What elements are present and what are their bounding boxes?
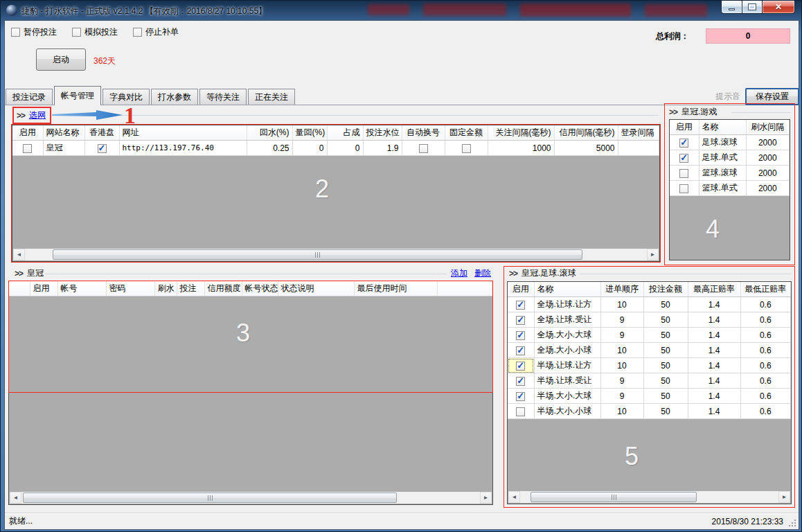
col-header-lastused[interactable]: 最后使用时间 (354, 281, 437, 296)
odds-order-cell[interactable]: 9 (600, 312, 643, 328)
odds-name-cell[interactable]: 全场.大小.小球 (534, 343, 600, 358)
site-watch-interval-cell[interactable]: 1000 (488, 141, 554, 156)
add-account-link[interactable]: 添加 (451, 267, 467, 279)
minimize-button[interactable] (721, 1, 742, 14)
close-button[interactable]: ✕ (763, 1, 795, 14)
odds-order-cell[interactable]: 10 (600, 297, 643, 312)
site-row[interactable]: 皇冠 http://113.197.76.40 0.25 0 0 1.9 100… (12, 141, 659, 156)
odds-row[interactable]: 全场.让球.让方 10 50 1.4 0.6 (508, 297, 791, 312)
col-header-share[interactable]: 占成 (327, 125, 363, 141)
odds-name-cell[interactable]: 半场.大小.小球 (534, 404, 600, 419)
odds-min-cell[interactable]: 0.6 (740, 343, 791, 358)
scroll-right-arrow-icon[interactable]: ► (480, 492, 492, 504)
odds-min-cell[interactable]: 0.6 (740, 328, 791, 343)
odds-order-cell[interactable]: 10 (600, 358, 643, 373)
game-row[interactable]: 足球.滚球 2000 (670, 135, 790, 150)
col-header-rebate[interactable]: 回水(%) (247, 125, 292, 141)
odds-row[interactable]: 全场.大小.小球 10 50 1.4 0.6 (508, 343, 791, 358)
odds-max-cell[interactable]: 1.4 (688, 297, 740, 312)
game-interval-cell[interactable]: 2000 (746, 150, 790, 166)
odds-row[interactable]: 半场.大小.小球 10 50 1.4 0.6 (508, 404, 791, 419)
tab-waiting-watch[interactable]: 等待关注 (199, 89, 247, 105)
col-header-site[interactable]: 网站名称 (43, 125, 84, 141)
col-header-vol[interactable]: 量回(%) (292, 125, 327, 141)
odds-enable-checkbox[interactable] (516, 392, 525, 401)
tab-water-params[interactable]: 打水参数 (151, 89, 198, 105)
col-header-enable[interactable]: 启用 (12, 125, 43, 141)
odds-name-cell[interactable]: 半场.让球.受让 (534, 373, 600, 389)
col-header-max-odds[interactable]: 最高正赔率 (688, 282, 740, 297)
accounts-horizontal-scrollbar[interactable]: ◄ ► (10, 492, 492, 504)
site-vol-cell[interactable]: 0 (292, 141, 327, 156)
game-enable-checkbox[interactable] (679, 169, 688, 178)
odds-amount-cell[interactable]: 50 (643, 389, 688, 404)
odds-row[interactable]: 半场.大小.大球 9 50 1.4 0.6 (508, 389, 791, 404)
sound-button[interactable]: 提示音 (715, 91, 740, 103)
odds-enable-checkbox[interactable] (516, 301, 525, 310)
maximize-button[interactable] (742, 1, 763, 14)
odds-row[interactable]: 全场.让球.受让 9 50 1.4 0.6 (508, 312, 791, 328)
game-name-cell[interactable]: 篮球.滚球 (699, 166, 746, 181)
odds-enable-checkbox[interactable] (516, 346, 525, 355)
col-header-enable[interactable]: 启用 (30, 281, 57, 296)
col-header-autoswitch[interactable]: 自动换号 (402, 125, 445, 141)
game-enable-checkbox[interactable] (679, 139, 688, 148)
odds-amount-cell[interactable]: 50 (643, 373, 688, 389)
game-interval-cell[interactable]: 2000 (746, 181, 790, 196)
odds-min-cell[interactable]: 0.6 (740, 404, 791, 419)
col-header-order[interactable]: 进单顺序 (600, 282, 643, 297)
col-header-credit-interval[interactable]: 信用间隔(毫秒) (554, 125, 618, 141)
odds-enable-checkbox[interactable] (516, 316, 525, 325)
col-header-fixed[interactable]: 固定金额 (445, 125, 488, 141)
game-enable-checkbox[interactable] (679, 184, 688, 193)
tab-watching[interactable]: 正在关注 (248, 89, 295, 105)
pause-bet-checkbox[interactable]: 暂停投注 (11, 26, 57, 38)
tab-account-management[interactable]: 帐号管理 (54, 86, 101, 105)
col-header-account[interactable]: 帐号 (57, 281, 106, 296)
odds-max-cell[interactable]: 1.4 (688, 404, 740, 419)
odds-amount-cell[interactable]: 50 (643, 312, 688, 328)
col-header-min-odds[interactable]: 最低正赔率 (740, 282, 791, 297)
save-settings-button[interactable]: 保存设置 (745, 88, 799, 105)
tab-bet-records[interactable]: 投注记录 (6, 89, 53, 105)
col-header-password[interactable]: 密码 (106, 281, 154, 296)
scroll-left-arrow-icon[interactable]: ◄ (508, 491, 520, 503)
odds-amount-cell[interactable]: 50 (643, 297, 688, 312)
col-header-name[interactable]: 名称 (534, 282, 600, 297)
site-share-cell[interactable]: 0 (327, 141, 363, 156)
odds-max-cell[interactable]: 1.4 (688, 358, 740, 373)
site-autoswitch-checkbox[interactable] (419, 144, 428, 153)
start-button[interactable]: 启动 (36, 48, 86, 71)
odds-enable-checkbox[interactable] (516, 377, 525, 386)
col-header-name[interactable]: 名称 (699, 120, 746, 135)
scrollbar-track[interactable] (25, 249, 647, 260)
odds-max-cell[interactable]: 1.4 (688, 343, 740, 358)
odds-name-cell[interactable]: 全场.让球.受让 (534, 312, 600, 328)
odds-row[interactable]: 全场.大小.大球 9 50 1.4 0.6 (508, 328, 791, 343)
scrollbar-track[interactable] (21, 492, 480, 504)
game-interval-cell[interactable]: 2000 (746, 135, 790, 150)
odds-name-cell[interactable]: 全场.大小.大球 (534, 328, 600, 343)
game-name-cell[interactable]: 足球.单式 (699, 150, 746, 166)
odds-horizontal-scrollbar[interactable]: ◄ ► (508, 491, 790, 503)
col-header-watch-interval[interactable]: 关注间隔(毫秒) (488, 125, 554, 141)
game-name-cell[interactable]: 足球.滚球 (699, 135, 746, 150)
odds-min-cell[interactable]: 0.6 (740, 297, 791, 312)
site-login-interval-cell[interactable] (618, 141, 659, 156)
stop-supplement-checkbox[interactable]: 停止补单 (133, 26, 179, 38)
col-header-bet[interactable]: 投注 (177, 281, 204, 296)
odds-order-cell[interactable]: 9 (600, 389, 643, 404)
odds-row[interactable]: 半场.让球.受让 9 50 1.4 0.6 (508, 373, 791, 389)
odds-order-cell[interactable]: 9 (600, 328, 643, 343)
col-header-desc[interactable]: 状态说明 (278, 281, 354, 296)
site-fixed-checkbox[interactable] (462, 144, 471, 153)
col-header-brush[interactable]: 刷水 (154, 281, 177, 296)
odds-min-cell[interactable]: 0.6 (740, 312, 791, 328)
col-header-login-interval[interactable]: 登录间隔 (618, 125, 659, 141)
scroll-left-arrow-icon[interactable]: ◄ (10, 492, 21, 504)
odds-max-cell[interactable]: 1.4 (688, 373, 740, 389)
odds-amount-cell[interactable]: 50 (643, 358, 688, 373)
odds-name-cell[interactable]: 半场.让球.让方 (534, 358, 600, 373)
col-header-url[interactable]: 网址 (119, 125, 247, 141)
game-enable-checkbox[interactable] (679, 154, 688, 163)
